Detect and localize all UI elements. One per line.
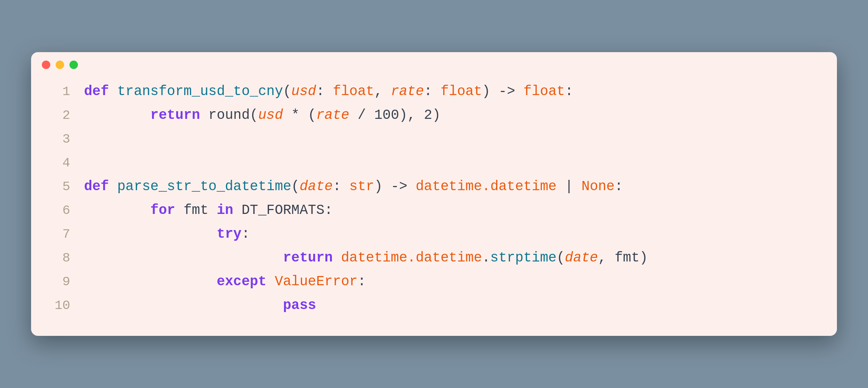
- token-param-italic: date: [300, 179, 333, 194]
- line-number: 9: [50, 270, 70, 294]
- line-number: 8: [50, 246, 70, 270]
- minimize-button[interactable]: [56, 61, 64, 69]
- token-param-italic: date: [565, 250, 598, 266]
- token-type-kw: float: [333, 84, 374, 99]
- line-content: return round(usd * (rate / 100), 2): [84, 104, 818, 127]
- token-type-kw: float: [441, 84, 482, 99]
- titlebar: [31, 52, 837, 76]
- token-kw-def: def: [84, 179, 117, 194]
- token-mod-name: datetime.datetime: [341, 250, 482, 266]
- token-number: 100: [374, 107, 399, 123]
- token-paren: (: [291, 179, 300, 194]
- token-colon: :: [358, 274, 366, 289]
- token-method-name: strptime: [490, 250, 557, 266]
- token-param-italic: rate: [391, 84, 424, 99]
- token-paren: (: [556, 250, 565, 266]
- token-exc-name: ValueError: [275, 274, 358, 289]
- token-pipe: |: [556, 179, 581, 194]
- token-colon: ,: [374, 84, 391, 99]
- line-content: def parse_str_to_datetime(date: str) -> …: [84, 175, 818, 199]
- token-paren: (: [283, 84, 292, 99]
- token-space: [84, 274, 217, 289]
- token-param-italic: usd: [258, 107, 283, 123]
- token-const-name: DT_FORMATS: [241, 202, 324, 218]
- token-space: [84, 107, 150, 123]
- token-space: [84, 226, 217, 242]
- token-number: 2: [424, 107, 432, 123]
- token-ret-type: float: [523, 84, 565, 99]
- token-type-kw: str: [349, 179, 374, 194]
- token-builtin: round: [208, 107, 250, 123]
- line-number: 1: [50, 80, 70, 104]
- token-fn-name: parse_str_to_datetime: [117, 179, 291, 194]
- token-paren: ): [482, 84, 490, 99]
- token-kw-for: for: [150, 202, 183, 218]
- token-paren: ): [432, 107, 441, 123]
- line-content: except ValueError:: [84, 270, 818, 294]
- line-number: 5: [50, 175, 70, 199]
- line-number: 10: [50, 294, 70, 317]
- token-kw-return: return: [150, 107, 208, 123]
- token-kw-def: def: [84, 84, 117, 99]
- code-line: 2 return round(usd * (rate / 100), 2): [31, 104, 837, 127]
- token-colon: :: [615, 179, 623, 194]
- token-op: * (: [283, 107, 316, 123]
- token-space: [84, 250, 283, 266]
- token-paren: (: [250, 107, 258, 123]
- token-builtin: fmt: [183, 202, 216, 218]
- token-kw-in: in: [217, 202, 242, 218]
- token-op: .: [482, 250, 490, 266]
- token-param-italic: usd: [291, 84, 316, 99]
- line-content: pass: [84, 294, 818, 317]
- code-line: 8 return datetime.datetime.strptime(date…: [31, 246, 837, 270]
- code-line: 10 pass: [31, 294, 837, 317]
- line-content: return datetime.datetime.strptime(date, …: [84, 246, 818, 270]
- traffic-lights: [42, 61, 78, 69]
- token-space: [84, 298, 283, 313]
- line-number: 4: [50, 151, 70, 175]
- token-op: ,: [598, 250, 614, 266]
- maximize-button[interactable]: [69, 61, 78, 69]
- token-none-kw: None: [581, 179, 614, 194]
- token-kw-except: except: [217, 274, 275, 289]
- token-kw-try: try: [217, 226, 242, 242]
- token-colon: :: [241, 226, 250, 242]
- token-space: [84, 202, 150, 218]
- code-line: 9 except ValueError:: [31, 270, 837, 294]
- token-arrow: ->: [383, 179, 416, 194]
- line-content: def transform_usd_to_cny(usd: float, rat…: [84, 80, 818, 104]
- code-line: 4: [31, 151, 837, 175]
- code-window: 1def transform_usd_to_cny(usd: float, ra…: [31, 52, 837, 336]
- token-op: /: [349, 107, 374, 123]
- token-fn-name: transform_usd_to_cny: [117, 84, 283, 99]
- line-number: 7: [50, 222, 70, 246]
- code-line: 5def parse_str_to_datetime(date: str) ->…: [31, 175, 837, 199]
- token-paren: ): [374, 179, 383, 194]
- code-line: 3: [31, 127, 837, 151]
- token-colon: :: [325, 202, 333, 218]
- line-number: 2: [50, 104, 70, 127]
- code-line: 7 try:: [31, 222, 837, 246]
- token-colon: :: [424, 84, 441, 99]
- token-colon: :: [565, 84, 573, 99]
- token-paren: ): [639, 250, 648, 266]
- token-kw-return: return: [283, 250, 341, 266]
- token-arrow: ->: [490, 84, 523, 99]
- line-content: for fmt in DT_FORMATS:: [84, 199, 818, 222]
- token-op: ),: [399, 107, 424, 123]
- token-colon: :: [333, 179, 349, 194]
- token-colon: :: [316, 84, 333, 99]
- token-mod-name: datetime.datetime: [416, 179, 556, 194]
- line-content: try:: [84, 222, 818, 246]
- code-line: 1def transform_usd_to_cny(usd: float, ra…: [31, 80, 837, 104]
- line-number: 3: [50, 127, 70, 151]
- code-editor: 1def transform_usd_to_cny(usd: float, ra…: [31, 76, 837, 317]
- line-number: 6: [50, 199, 70, 222]
- token-builtin: fmt: [615, 250, 640, 266]
- close-button[interactable]: [42, 61, 50, 69]
- code-line: 6 for fmt in DT_FORMATS:: [31, 199, 837, 222]
- token-kw-pass: pass: [283, 298, 316, 313]
- token-param-italic: rate: [316, 107, 349, 123]
